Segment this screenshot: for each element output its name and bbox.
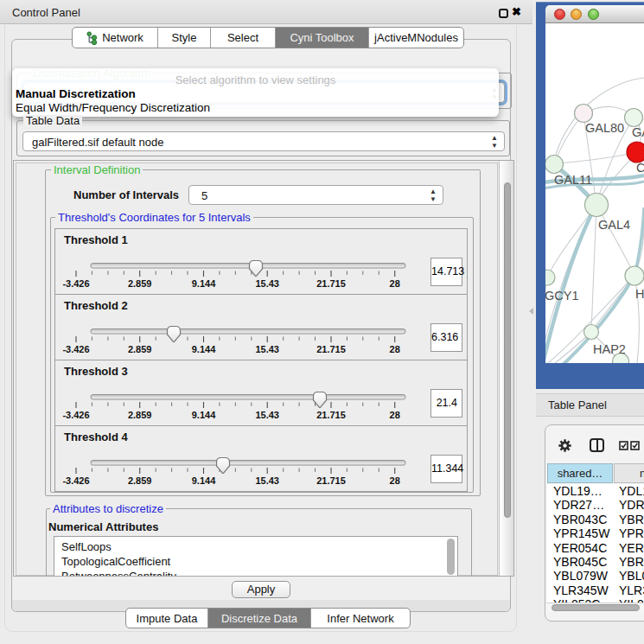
svg-text:15.43: 15.43 <box>255 410 279 420</box>
svg-text:9.144: 9.144 <box>192 475 216 486</box>
svg-text:9.144: 9.144 <box>192 410 216 420</box>
svg-text:28: 28 <box>390 410 400 420</box>
svg-text:GA: GA <box>632 125 644 139</box>
svg-text:28: 28 <box>390 278 400 289</box>
svg-text:21.715: 21.715 <box>316 344 346 354</box>
svg-text:28: 28 <box>390 475 400 486</box>
svg-text:2.859: 2.859 <box>128 344 152 354</box>
svg-text:2.859: 2.859 <box>128 278 152 289</box>
svg-text:-3.426: -3.426 <box>62 344 89 354</box>
svg-text:2.859: 2.859 <box>128 410 152 420</box>
svg-text:-3.426: -3.426 <box>62 278 89 289</box>
svg-text:GAL4: GAL4 <box>598 218 630 232</box>
svg-text:9.144: 9.144 <box>192 344 216 354</box>
svg-text:21.715: 21.715 <box>316 278 346 289</box>
svg-text:GAL11: GAL11 <box>554 173 592 187</box>
svg-text:HAP2: HAP2 <box>593 342 626 356</box>
svg-text:21.715: 21.715 <box>316 410 346 420</box>
svg-text:C: C <box>636 161 644 175</box>
svg-text:-3.426: -3.426 <box>62 475 89 486</box>
svg-text:H: H <box>635 287 644 301</box>
svg-text:15.43: 15.43 <box>255 475 279 486</box>
svg-text:GAL80: GAL80 <box>585 121 624 135</box>
svg-text:28: 28 <box>390 344 400 354</box>
svg-text:21.715: 21.715 <box>316 475 346 486</box>
svg-text:-3.426: -3.426 <box>62 410 89 420</box>
svg-text:GCY1: GCY1 <box>545 289 579 303</box>
svg-text:9.144: 9.144 <box>192 278 216 289</box>
svg-text:15.43: 15.43 <box>255 344 279 354</box>
svg-text:2.859: 2.859 <box>128 475 152 486</box>
svg-text:15.43: 15.43 <box>255 278 279 289</box>
